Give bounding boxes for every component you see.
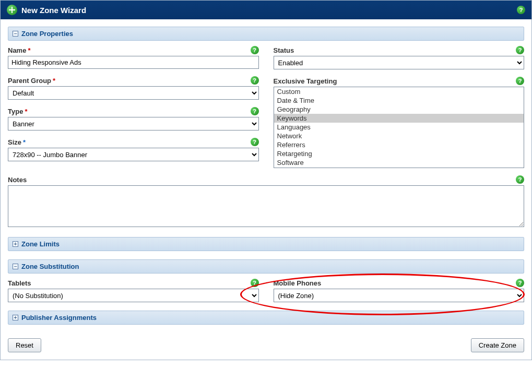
window-title: New Zone Wizard <box>21 6 86 15</box>
section-body-substitution: Tablets ? (No Substitution) Mobile Phone… <box>8 279 524 302</box>
targeting-option[interactable]: Custom <box>274 87 524 96</box>
help-icon[interactable]: ? <box>251 46 259 54</box>
targeting-option[interactable]: Retargeting <box>274 149 524 158</box>
targeting-option[interactable]: Network <box>274 132 524 140</box>
expand-icon: + <box>13 315 18 320</box>
reset-button[interactable]: Reset <box>8 338 41 352</box>
section-title: Zone Substitution <box>21 263 79 270</box>
section-header-limits[interactable]: + Zone Limits <box>8 237 524 251</box>
exclusive-targeting-list[interactable]: CustomDate & TimeGeographyKeywordsLangua… <box>274 87 525 168</box>
targeting-option[interactable]: Languages <box>274 123 524 132</box>
type-label: Type* ? <box>8 107 259 115</box>
parent-group-select[interactable]: Default <box>8 86 259 100</box>
section-header-substitution[interactable]: − Zone Substitution <box>8 259 524 274</box>
create-zone-button[interactable]: Create Zone <box>471 338 524 352</box>
type-select[interactable]: Banner <box>8 117 259 130</box>
notes-label: Notes ? <box>8 175 524 184</box>
notes-textarea[interactable] <box>8 185 524 227</box>
content-area: − Zone Properties Name* ? <box>1 19 531 333</box>
parent-group-label: Parent Group* ? <box>8 76 259 85</box>
help-icon[interactable]: ? <box>251 76 259 85</box>
section-body-properties: Name* ? Parent Group* ? Def <box>8 46 524 229</box>
size-select[interactable]: 728x90 -- Jumbo Banner <box>8 148 259 161</box>
section-title: Zone Properties <box>21 30 73 38</box>
help-icon[interactable]: ? <box>251 107 259 115</box>
mobile-phones-label: Mobile Phones ? <box>274 279 525 287</box>
targeting-option[interactable]: Keywords <box>274 114 524 123</box>
targeting-option[interactable]: Referrers <box>274 140 524 149</box>
size-label: Size* ? <box>8 138 259 146</box>
help-icon[interactable]: ? <box>517 6 525 14</box>
collapse-icon: − <box>13 264 18 269</box>
expand-icon: + <box>13 241 18 247</box>
tablets-label: Tablets ? <box>8 279 259 287</box>
section-header-publisher[interactable]: + Publisher Assignments <box>8 311 524 325</box>
name-label: Name* ? <box>8 46 259 54</box>
targeting-option[interactable]: Date & Time <box>274 96 524 105</box>
exclusive-targeting-label: Exclusive Targeting ? <box>274 77 525 85</box>
footer: Reset Create Zone <box>1 338 531 360</box>
targeting-option[interactable]: Geography <box>274 105 524 114</box>
section-title: Zone Limits <box>21 240 60 248</box>
name-input[interactable] <box>8 56 259 69</box>
collapse-icon: − <box>13 31 18 37</box>
help-icon[interactable]: ? <box>516 46 524 54</box>
section-title: Publisher Assignments <box>21 314 97 322</box>
status-select[interactable]: Enabled <box>274 56 525 69</box>
section-header-properties[interactable]: − Zone Properties <box>8 27 524 41</box>
help-icon[interactable]: ? <box>251 279 259 287</box>
wizard-window: New Zone Wizard ? − Zone Properties Name… <box>0 0 532 360</box>
targeting-option[interactable]: Software <box>274 158 524 167</box>
mobile-phones-select[interactable]: (Hide Zone) <box>274 289 525 302</box>
help-icon[interactable]: ? <box>516 175 524 184</box>
tablets-select[interactable]: (No Substitution) <box>8 289 259 302</box>
add-icon <box>7 5 17 15</box>
status-label: Status ? <box>274 46 525 54</box>
help-icon[interactable]: ? <box>516 77 524 85</box>
title-bar: New Zone Wizard ? <box>1 1 531 19</box>
help-icon[interactable]: ? <box>516 279 524 287</box>
help-icon[interactable]: ? <box>251 138 259 146</box>
